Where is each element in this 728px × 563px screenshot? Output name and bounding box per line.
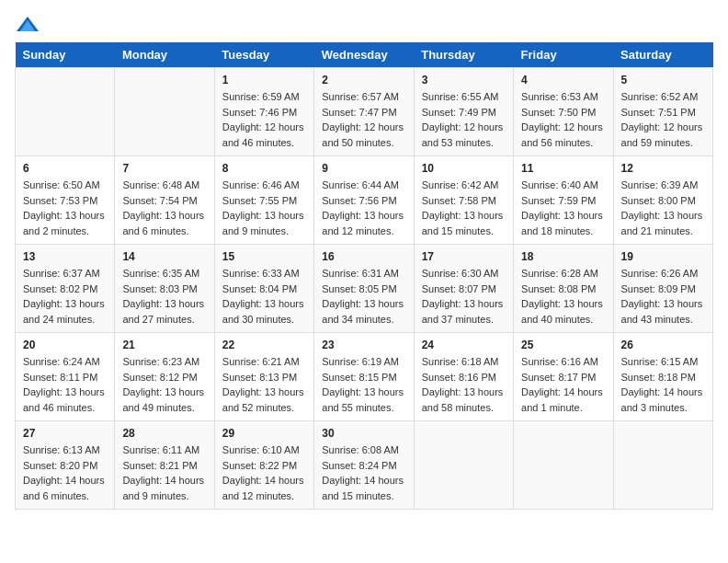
day-number: 29 bbox=[222, 427, 306, 440]
calendar-cell: 12Sunrise: 6:39 AMSunset: 8:00 PMDayligh… bbox=[613, 156, 712, 245]
day-number: 28 bbox=[122, 427, 206, 440]
day-number: 20 bbox=[23, 339, 107, 351]
cell-info: Sunrise: 6:55 AMSunset: 7:49 PMDaylight:… bbox=[422, 89, 506, 150]
calendar-cell: 18Sunrise: 6:28 AMSunset: 8:08 PMDayligh… bbox=[514, 245, 613, 333]
calendar-cell: 17Sunrise: 6:30 AMSunset: 8:07 PMDayligh… bbox=[414, 245, 513, 333]
calendar-cell: 14Sunrise: 6:35 AMSunset: 8:03 PMDayligh… bbox=[115, 245, 214, 333]
header-friday: Friday bbox=[514, 42, 613, 68]
calendar-cell bbox=[16, 68, 115, 156]
day-number: 30 bbox=[322, 427, 405, 440]
day-number: 15 bbox=[222, 250, 306, 263]
day-number: 21 bbox=[122, 339, 206, 351]
day-number: 24 bbox=[422, 339, 506, 351]
calendar-cell: 16Sunrise: 6:31 AMSunset: 8:05 PMDayligh… bbox=[314, 245, 414, 333]
day-number: 1 bbox=[222, 74, 306, 86]
calendar-cell: 25Sunrise: 6:16 AMSunset: 8:17 PMDayligh… bbox=[514, 333, 613, 421]
week-row-2: 13Sunrise: 6:37 AMSunset: 8:02 PMDayligh… bbox=[16, 245, 713, 333]
calendar-cell: 27Sunrise: 6:13 AMSunset: 8:20 PMDayligh… bbox=[16, 421, 115, 510]
cell-info: Sunrise: 6:35 AMSunset: 8:03 PMDaylight:… bbox=[122, 266, 206, 327]
day-number: 25 bbox=[521, 339, 605, 351]
week-row-1: 6Sunrise: 6:50 AMSunset: 7:53 PMDaylight… bbox=[16, 156, 713, 245]
cell-info: Sunrise: 6:33 AMSunset: 8:04 PMDaylight:… bbox=[222, 266, 306, 327]
cell-info: Sunrise: 6:24 AMSunset: 8:11 PMDaylight:… bbox=[23, 354, 107, 415]
calendar-cell bbox=[414, 421, 513, 510]
cell-info: Sunrise: 6:10 AMSunset: 8:22 PMDaylight:… bbox=[222, 442, 306, 503]
day-number: 7 bbox=[122, 162, 206, 175]
calendar-cell: 15Sunrise: 6:33 AMSunset: 8:04 PMDayligh… bbox=[214, 245, 313, 333]
cell-info: Sunrise: 6:08 AMSunset: 8:24 PMDaylight:… bbox=[322, 442, 405, 503]
day-number: 8 bbox=[222, 162, 306, 175]
cell-info: Sunrise: 6:23 AMSunset: 8:12 PMDaylight:… bbox=[122, 354, 206, 415]
cell-info: Sunrise: 6:21 AMSunset: 8:13 PMDaylight:… bbox=[222, 354, 306, 415]
calendar-cell: 2Sunrise: 6:57 AMSunset: 7:47 PMDaylight… bbox=[314, 68, 414, 156]
calendar-cell: 10Sunrise: 6:42 AMSunset: 7:58 PMDayligh… bbox=[414, 156, 513, 245]
calendar-cell bbox=[613, 421, 712, 510]
day-number: 27 bbox=[23, 427, 107, 440]
cell-info: Sunrise: 6:53 AMSunset: 7:50 PMDaylight:… bbox=[521, 89, 605, 150]
calendar-cell: 3Sunrise: 6:55 AMSunset: 7:49 PMDaylight… bbox=[414, 68, 513, 156]
cell-info: Sunrise: 6:37 AMSunset: 8:02 PMDaylight:… bbox=[23, 266, 107, 327]
header-wednesday: Wednesday bbox=[314, 42, 414, 68]
calendar-table: SundayMondayTuesdayWednesdayThursdayFrid… bbox=[15, 42, 713, 510]
calendar-body: 1Sunrise: 6:59 AMSunset: 7:46 PMDaylight… bbox=[16, 68, 713, 510]
calendar-cell: 30Sunrise: 6:08 AMSunset: 8:24 PMDayligh… bbox=[314, 421, 414, 510]
day-number: 9 bbox=[322, 162, 405, 175]
cell-info: Sunrise: 6:40 AMSunset: 7:59 PMDaylight:… bbox=[521, 178, 605, 238]
day-number: 16 bbox=[322, 250, 405, 263]
cell-info: Sunrise: 6:59 AMSunset: 7:46 PMDaylight:… bbox=[222, 89, 306, 150]
week-row-3: 20Sunrise: 6:24 AMSunset: 8:11 PMDayligh… bbox=[16, 333, 713, 421]
day-number: 17 bbox=[422, 250, 506, 263]
calendar-cell: 22Sunrise: 6:21 AMSunset: 8:13 PMDayligh… bbox=[214, 333, 313, 421]
header-sunday: Sunday bbox=[16, 42, 115, 68]
header-saturday: Saturday bbox=[613, 42, 712, 68]
header-row: SundayMondayTuesdayWednesdayThursdayFrid… bbox=[16, 42, 713, 68]
week-row-0: 1Sunrise: 6:59 AMSunset: 7:46 PMDaylight… bbox=[16, 68, 713, 156]
day-number: 4 bbox=[521, 74, 605, 86]
day-number: 3 bbox=[422, 74, 506, 86]
calendar-header: SundayMondayTuesdayWednesdayThursdayFrid… bbox=[16, 42, 713, 68]
day-number: 14 bbox=[122, 250, 206, 263]
day-number: 13 bbox=[23, 250, 107, 263]
calendar-cell: 23Sunrise: 6:19 AMSunset: 8:15 PMDayligh… bbox=[314, 333, 414, 421]
day-number: 22 bbox=[222, 339, 306, 351]
cell-info: Sunrise: 6:57 AMSunset: 7:47 PMDaylight:… bbox=[322, 89, 405, 150]
day-number: 10 bbox=[422, 162, 506, 175]
day-number: 5 bbox=[621, 74, 705, 86]
calendar-cell: 4Sunrise: 6:53 AMSunset: 7:50 PMDaylight… bbox=[514, 68, 613, 156]
logo bbox=[15, 15, 44, 35]
cell-info: Sunrise: 6:18 AMSunset: 8:16 PMDaylight:… bbox=[422, 354, 506, 415]
cell-info: Sunrise: 6:48 AMSunset: 7:54 PMDaylight:… bbox=[122, 178, 206, 238]
cell-info: Sunrise: 6:13 AMSunset: 8:20 PMDaylight:… bbox=[23, 442, 107, 503]
calendar-cell: 21Sunrise: 6:23 AMSunset: 8:12 PMDayligh… bbox=[115, 333, 214, 421]
calendar-cell: 11Sunrise: 6:40 AMSunset: 7:59 PMDayligh… bbox=[514, 156, 613, 245]
cell-info: Sunrise: 6:31 AMSunset: 8:05 PMDaylight:… bbox=[322, 266, 405, 327]
calendar-cell: 6Sunrise: 6:50 AMSunset: 7:53 PMDaylight… bbox=[16, 156, 115, 245]
calendar-cell: 13Sunrise: 6:37 AMSunset: 8:02 PMDayligh… bbox=[16, 245, 115, 333]
cell-info: Sunrise: 6:44 AMSunset: 7:56 PMDaylight:… bbox=[322, 178, 405, 238]
header-tuesday: Tuesday bbox=[214, 42, 313, 68]
week-row-4: 27Sunrise: 6:13 AMSunset: 8:20 PMDayligh… bbox=[16, 421, 713, 510]
day-number: 12 bbox=[621, 162, 705, 175]
calendar-cell: 9Sunrise: 6:44 AMSunset: 7:56 PMDaylight… bbox=[314, 156, 414, 245]
day-number: 23 bbox=[322, 339, 405, 351]
cell-info: Sunrise: 6:42 AMSunset: 7:58 PMDaylight:… bbox=[422, 178, 506, 238]
cell-info: Sunrise: 6:30 AMSunset: 8:07 PMDaylight:… bbox=[422, 266, 506, 327]
calendar-cell: 7Sunrise: 6:48 AMSunset: 7:54 PMDaylight… bbox=[115, 156, 214, 245]
calendar-cell: 8Sunrise: 6:46 AMSunset: 7:55 PMDaylight… bbox=[214, 156, 313, 245]
day-number: 19 bbox=[621, 250, 705, 263]
cell-info: Sunrise: 6:39 AMSunset: 8:00 PMDaylight:… bbox=[621, 178, 705, 238]
logo-icon bbox=[15, 15, 40, 35]
cell-info: Sunrise: 6:46 AMSunset: 7:55 PMDaylight:… bbox=[222, 178, 306, 238]
cell-info: Sunrise: 6:11 AMSunset: 8:21 PMDaylight:… bbox=[122, 442, 206, 503]
header-monday: Monday bbox=[115, 42, 214, 68]
cell-info: Sunrise: 6:26 AMSunset: 8:09 PMDaylight:… bbox=[621, 266, 705, 327]
day-number: 26 bbox=[621, 339, 705, 351]
cell-info: Sunrise: 6:19 AMSunset: 8:15 PMDaylight:… bbox=[322, 354, 405, 415]
calendar-cell bbox=[514, 421, 613, 510]
cell-info: Sunrise: 6:15 AMSunset: 8:18 PMDaylight:… bbox=[621, 354, 705, 415]
calendar-cell: 26Sunrise: 6:15 AMSunset: 8:18 PMDayligh… bbox=[613, 333, 712, 421]
day-number: 18 bbox=[521, 250, 605, 263]
day-number: 2 bbox=[322, 74, 405, 86]
calendar-cell: 20Sunrise: 6:24 AMSunset: 8:11 PMDayligh… bbox=[16, 333, 115, 421]
calendar-cell: 29Sunrise: 6:10 AMSunset: 8:22 PMDayligh… bbox=[214, 421, 313, 510]
